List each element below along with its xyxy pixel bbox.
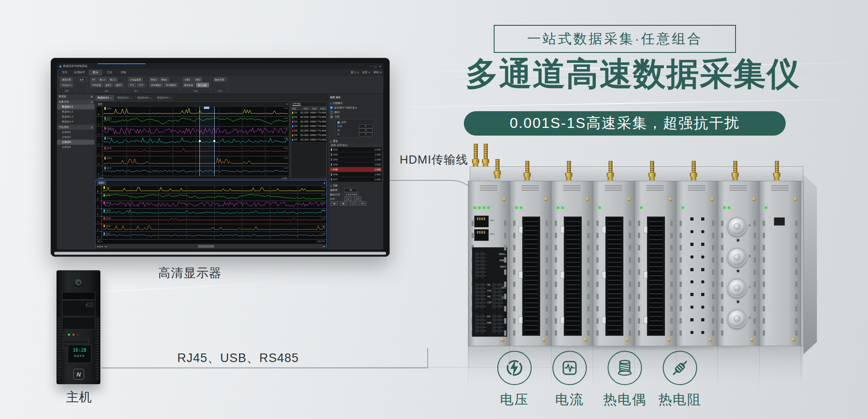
channel-row[interactable]: CH61.000 (330, 172, 382, 177)
ribbon-button[interactable]: 操作面板2 (164, 83, 178, 87)
waveform-lane[interactable]: CH-401.000 (96, 137, 289, 146)
radio-icon[interactable] (330, 111, 333, 114)
close-button[interactable]: ✕ (379, 65, 381, 68)
ribbon-button[interactable]: 数值1 (149, 77, 159, 82)
cursor-handle[interactable] (213, 140, 215, 142)
close-tab-icon[interactable]: × (170, 97, 171, 99)
circular-connector-D[interactable] (727, 309, 747, 329)
table-row[interactable]: CH3252.3255-345867-776.4568 (291, 120, 326, 124)
sidebar-item-记录仪1[interactable]: 记录仪1 (57, 130, 94, 135)
radio-selected-icon[interactable] (330, 115, 333, 118)
close-tab-icon[interactable]: × (110, 97, 112, 99)
close-tab-icon[interactable]: × (150, 97, 151, 99)
channel-row[interactable]: CH71.000 (330, 177, 382, 182)
minimize-button[interactable]: ─ (370, 65, 372, 68)
sidebar-group-采集文件[interactable]: 采集文件∨ (57, 99, 94, 104)
cursor-table-tab[interactable]: 水平光标 (291, 102, 326, 107)
table-row[interactable]: CH7252.3255-345867-776.4366 (291, 138, 326, 142)
doc-tab-数据组件3[interactable]: 数据组件3× (135, 95, 154, 101)
ribbon-button[interactable]: 操作面板1 (149, 83, 163, 87)
ribbon-button[interactable]: 通道设置 (60, 77, 73, 82)
sma-connector[interactable] (493, 159, 501, 179)
maximize-button[interactable]: ▢ (374, 65, 377, 68)
ribbon-button[interactable]: 大图2 (193, 77, 202, 82)
ribbon-tab-控制[interactable]: 控制 (117, 70, 130, 75)
sidebar-item-数据组1-2[interactable]: 数据组1-2 (57, 109, 94, 114)
pin-icon[interactable]: ⊟ (90, 95, 93, 98)
sidebar-item-记录仪4[interactable]: 记录仪4 (57, 145, 94, 150)
offset-value-select[interactable]: AV (344, 188, 358, 192)
channel-row[interactable]: CH51.000 (330, 167, 382, 172)
channel-row[interactable]: CH31.000 (330, 157, 382, 162)
ribbon-button[interactable]: Group1 ▾ (60, 83, 73, 87)
table-row[interactable]: CH6252.3255-345867-776.4568 (291, 133, 326, 138)
menu-item[interactable]: 窗口 ∨ (351, 71, 359, 75)
sma-connector[interactable] (648, 161, 656, 180)
channel-row[interactable]: CH11.000 (330, 147, 382, 152)
doc-tab-数据组件1[interactable]: 数据组件1× (95, 95, 114, 101)
ribbon-button[interactable]: 仪表盘配置 (128, 77, 143, 82)
increase-button[interactable]: — (354, 197, 362, 201)
add-button[interactable]: ＋ (349, 201, 357, 206)
sma-connector[interactable] (565, 161, 573, 180)
option-overlay-chart[interactable]: 波形/数字卡图形显示 (334, 106, 357, 109)
sma-connector[interactable] (481, 144, 490, 167)
menu-item[interactable]: 文件 (59, 70, 71, 75)
menu-item[interactable]: 设置 ∨ (362, 71, 370, 75)
lower-chart-tab[interactable]: 视图1 (97, 181, 106, 185)
ribbon-button[interactable]: 窗口1 (98, 77, 107, 82)
waveform-lane[interactable]: CH-601.000 (96, 156, 289, 166)
sidebar-item-数据组1-4[interactable]: 数据组1-4 (57, 119, 94, 124)
cursor-handle[interactable] (199, 140, 201, 142)
sidebar-item-记录仪3[interactable]: 记录仪3 (57, 140, 94, 145)
ribbon-button[interactable]: XY1 (128, 83, 136, 87)
chevron-down-icon[interactable]: ▾ (324, 181, 325, 184)
step-right-button[interactable]: ▶ (340, 201, 348, 206)
scroll-control-button[interactable]: |◀ (104, 245, 106, 248)
scroll-control-button[interactable]: ▮ (99, 245, 101, 248)
lower-chart-lanes[interactable]: CH-101.000CH-201.000CH-301.000CH-401.000… (95, 186, 326, 240)
trigger-value-select[interactable]: 按设备写触发 (344, 193, 359, 197)
field-input[interactable]: 4 (359, 128, 373, 132)
sidebar-item-数据组1-3[interactable]: 数据组1-3 (57, 114, 94, 119)
ribbon-button[interactable]: 叠加光标 (183, 83, 195, 87)
sidebar-item-记录仪2[interactable]: 记录仪2 (57, 135, 94, 140)
menu-item[interactable]: 帮助 ∨ (373, 71, 382, 75)
ribbon-button[interactable]: 波形1 (104, 83, 113, 87)
option-overlay[interactable]: 叠加 (335, 111, 340, 114)
cursor-flag[interactable] (204, 107, 209, 109)
ribbon-button[interactable]: XY2 (137, 83, 145, 87)
ribbon-button[interactable]: 触发设置 (213, 77, 226, 82)
waveform-lane[interactable]: CH-501.000 (96, 146, 289, 156)
scroll-right-button[interactable]: ▶ (323, 245, 325, 248)
chevron-down-icon[interactable]: ▾ (286, 103, 288, 105)
ethernet-port[interactable] (474, 216, 489, 227)
ribbon-tab-工具[interactable]: 工具 (103, 70, 116, 75)
ribbon-button[interactable]: 基准 (78, 77, 86, 82)
doc-tab-数据组件2[interactable]: 数据组件2× (115, 95, 134, 101)
scroll-control-button[interactable]: ▶ (102, 245, 104, 248)
sma-connector[interactable] (523, 161, 531, 180)
sma-connector[interactable] (606, 161, 614, 180)
ribbon-button[interactable]: 数值2 (160, 77, 169, 82)
sma-connector[interactable] (773, 161, 781, 180)
ribbon-button[interactable]: AA (90, 77, 97, 82)
menu-item[interactable]: 应用组件 (71, 70, 88, 75)
dropdown-button[interactable]: ▾ (359, 201, 367, 206)
waveform-lane[interactable]: CH-101.000 (96, 107, 289, 117)
option-split[interactable]: 分割 (335, 115, 340, 118)
waveform-lane[interactable]: CH-201.000 (96, 117, 289, 127)
close-tab-icon[interactable]: × (130, 97, 132, 99)
scrollbar-thumb[interactable] (198, 245, 214, 248)
table-row[interactable]: CH2252.3255-345867-776.4568 (291, 115, 326, 120)
top-chart-lanes[interactable]: CH-101.000CH-201.000CH-301.000CH-401.000… (96, 107, 289, 176)
sma-connector[interactable] (472, 144, 480, 167)
sidebar-item-数据组1-1[interactable]: 数据组1-1 (57, 104, 94, 109)
sidebar-group-主机控制[interactable]: 主机控制∧ (57, 125, 94, 130)
channel-row[interactable]: CH41.000 (330, 162, 382, 167)
ribbon-button[interactable]: 字符监视 (90, 83, 103, 87)
field-input[interactable]: 4 (359, 124, 373, 128)
table-row[interactable]: CH5252.3255-345867-776.4568 (291, 129, 326, 133)
power-button[interactable] (73, 277, 84, 287)
option-auto[interactable]: 自动 (341, 121, 346, 124)
